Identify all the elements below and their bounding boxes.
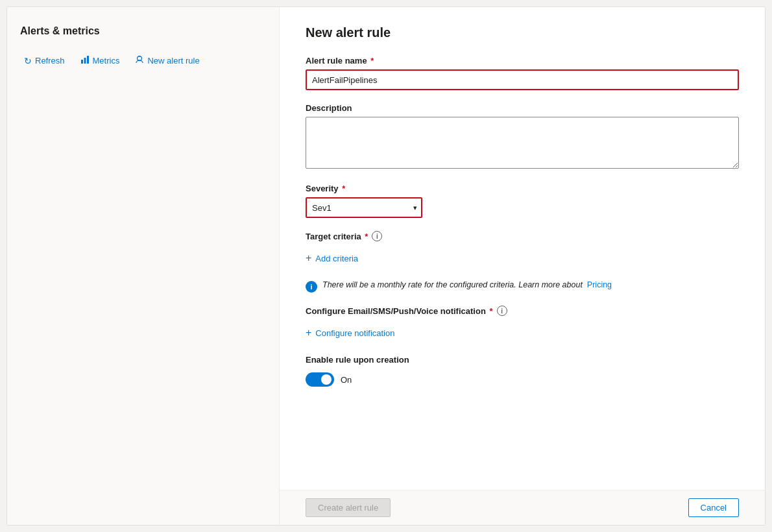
form-area: New alert rule Alert rule name * Descrip…	[280, 7, 765, 490]
notification-info-icon[interactable]: i	[497, 306, 507, 316]
footer-left: Create alert rule	[306, 498, 391, 517]
toggle-row: On	[306, 372, 739, 387]
severity-select-wrapper: Sev0 Sev1 Sev2 Sev3 Sev4 ▾	[306, 197, 422, 218]
metrics-icon	[80, 55, 90, 66]
target-criteria-label: Target criteria *	[306, 232, 368, 241]
alert-rule-name-label: Alert rule name *	[306, 56, 739, 66]
severity-label: Severity *	[306, 184, 739, 193]
plus-icon: +	[306, 253, 311, 263]
required-star-notify: *	[487, 306, 493, 316]
new-alert-rule-label: New alert rule	[147, 56, 199, 66]
target-criteria-label-row: Target criteria * i	[306, 231, 739, 241]
description-label: Description	[306, 103, 739, 113]
metrics-label: Metrics	[93, 56, 120, 66]
required-star-name: *	[368, 56, 374, 66]
info-banner: i There will be a monthly rate for the c…	[306, 280, 739, 293]
refresh-icon: ↻	[24, 56, 32, 66]
svg-rect-2	[87, 56, 89, 64]
enable-rule-section: Enable rule upon creation On	[306, 355, 739, 387]
info-banner-text: There will be a monthly rate for the con…	[322, 280, 612, 289]
enable-rule-toggle[interactable]	[306, 372, 334, 387]
new-alert-icon	[135, 55, 144, 66]
form-title: New alert rule	[306, 25, 739, 40]
configure-notification-label-row: Configure Email/SMS/Push/Voice notificat…	[306, 306, 739, 316]
svg-rect-1	[84, 58, 86, 64]
toggle-slider	[306, 372, 334, 387]
toggle-text: On	[341, 375, 352, 385]
sidebar-title: Alerts & metrics	[7, 20, 279, 47]
sidebar: Alerts & metrics ↻ Refresh Metrics	[7, 7, 280, 525]
cancel-button[interactable]: Cancel	[688, 498, 739, 517]
metrics-button[interactable]: Metrics	[74, 51, 127, 70]
create-alert-rule-button[interactable]: Create alert rule	[306, 498, 391, 517]
refresh-button[interactable]: ↻ Refresh	[18, 52, 71, 70]
target-criteria-group: Target criteria * i + Add criteria	[306, 231, 739, 267]
description-textarea[interactable]	[306, 117, 739, 169]
svg-rect-0	[81, 60, 83, 64]
required-star-target: *	[363, 232, 368, 241]
configure-notification-label: Configure Email/SMS/Push/Voice notificat…	[306, 306, 493, 316]
alert-rule-name-input[interactable]	[306, 69, 739, 90]
add-criteria-button[interactable]: + Add criteria	[306, 249, 358, 267]
alert-rule-name-group: Alert rule name *	[306, 56, 739, 90]
required-star-severity: *	[340, 184, 346, 193]
refresh-label: Refresh	[35, 56, 65, 66]
new-alert-rule-button[interactable]: New alert rule	[128, 51, 206, 70]
configure-notification-button[interactable]: + Configure notification	[306, 324, 394, 342]
pricing-link[interactable]: Pricing	[587, 280, 612, 289]
sidebar-toolbar: ↻ Refresh Metrics	[7, 47, 279, 74]
description-group: Description	[306, 103, 739, 171]
right-panel: New alert rule Alert rule name * Descrip…	[280, 7, 765, 525]
configure-notification-group: Configure Email/SMS/Push/Voice notificat…	[306, 306, 739, 342]
target-criteria-info-icon[interactable]: i	[372, 231, 382, 241]
severity-group: Severity * Sev0 Sev1 Sev2 Sev3 Sev4 ▾	[306, 184, 739, 218]
info-circle-icon: i	[306, 281, 317, 293]
plus-icon-notify: +	[306, 328, 311, 338]
footer-bar: Create alert rule Cancel	[280, 490, 765, 525]
severity-select[interactable]: Sev0 Sev1 Sev2 Sev3 Sev4	[306, 197, 422, 218]
enable-rule-label: Enable rule upon creation	[306, 355, 739, 365]
